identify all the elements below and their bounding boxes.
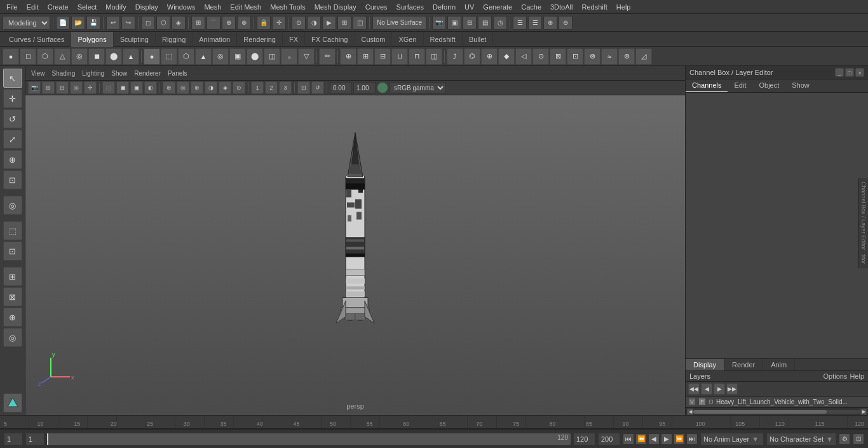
tab-xgen[interactable]: XGen: [392, 32, 423, 47]
snap-curve-button[interactable]: ⌒: [207, 16, 220, 30]
vp-xray-btn[interactable]: ◈: [219, 81, 231, 94]
snap-grid-button[interactable]: ⊞: [191, 16, 205, 30]
viewport-btn3[interactable]: ⊟: [463, 16, 477, 30]
show-manipulator[interactable]: ⊡: [3, 170, 22, 189]
play-fwd-button[interactable]: ▶: [661, 433, 672, 445]
combine-icon[interactable]: ⊞: [357, 48, 374, 65]
append-icon[interactable]: ⊕: [481, 48, 498, 65]
paint-select-button[interactable]: ◈: [172, 16, 186, 30]
joint-tool[interactable]: ◎: [3, 328, 22, 347]
render-button[interactable]: ◑: [307, 16, 321, 30]
tab-object[interactable]: Object: [752, 79, 785, 92]
vp-menu-panels[interactable]: Panels: [165, 69, 191, 78]
tab-fx-caching[interactable]: FX Caching: [305, 32, 355, 47]
move-tool[interactable]: ✛: [3, 89, 22, 108]
timeline-bar[interactable]: 5 10 15 20 25 30 35 40 45: [0, 416, 868, 428]
tab-fx[interactable]: FX: [283, 32, 305, 47]
select-tool[interactable]: ↖: [3, 69, 22, 88]
history-button[interactable]: ⊙: [292, 16, 306, 30]
vp-menu-shading[interactable]: Shading: [49, 69, 79, 78]
snap-point-button[interactable]: ⊕: [222, 16, 236, 30]
universal-tool[interactable]: ⊕: [3, 150, 22, 169]
menu-item-generate[interactable]: Generate: [479, 2, 516, 12]
menu-item-file[interactable]: File: [3, 2, 22, 12]
plane-icon[interactable]: ◼: [88, 48, 105, 65]
tab-custom[interactable]: Custom: [355, 32, 393, 47]
bridge-icon[interactable]: ⌬: [464, 48, 480, 65]
cluster-tool[interactable]: ⊕: [3, 308, 22, 327]
character-set-selector[interactable]: No Character Set ▼: [766, 433, 836, 445]
tab-render[interactable]: Render: [724, 359, 763, 370]
layer-nav-first[interactable]: ◀◀: [688, 383, 700, 395]
polygon-cone-icon[interactable]: ▲: [195, 48, 212, 65]
vp-snap-btn[interactable]: ◎: [70, 81, 83, 94]
boolean-diff-icon[interactable]: ⊓: [409, 48, 425, 65]
vp-rotate-btn[interactable]: ↺: [311, 81, 324, 94]
transform-icon[interactable]: ⊕: [340, 48, 356, 65]
camera-button[interactable]: 📷: [432, 16, 446, 30]
3d-canvas[interactable]: x y z persp: [25, 95, 685, 415]
channel-box-tab[interactable]: Channel Box / Layer Editor: [858, 178, 868, 254]
vp-camera-far[interactable]: [353, 82, 376, 93]
torus-icon[interactable]: ◎: [71, 48, 88, 65]
anim-settings-btn[interactable]: ⚙: [839, 433, 850, 445]
right-panel-btn3[interactable]: ⊕: [543, 16, 557, 30]
scroll-left[interactable]: ◀: [687, 409, 693, 415]
menu-item-3dtall[interactable]: 3DtoAll: [546, 2, 576, 12]
fill-icon[interactable]: ◆: [498, 48, 515, 65]
undo-button[interactable]: ↩: [106, 16, 120, 30]
tab-redshift[interactable]: Redshift: [424, 32, 463, 47]
frame-slider[interactable]: 120: [47, 433, 571, 445]
next-frame-button[interactable]: ⏩: [674, 433, 685, 445]
polygon-pipe-icon[interactable]: ◫: [264, 48, 280, 65]
layer-nav-last[interactable]: ▶▶: [726, 383, 738, 395]
tab-curves-surfaces[interactable]: Curves / Surfaces: [3, 32, 71, 47]
wedge-icon[interactable]: ◁: [515, 48, 532, 65]
jump-end-button[interactable]: ⏭: [686, 433, 698, 445]
layer-visibility[interactable]: V: [688, 398, 696, 405]
tab-anim[interactable]: Anim: [763, 359, 795, 370]
vp-subdiv-btn[interactable]: ⊕: [191, 81, 203, 94]
open-file-button[interactable]: 📂: [71, 16, 85, 30]
vp-crease-btn[interactable]: ⊛: [163, 81, 175, 94]
tab-channels[interactable]: Channels: [686, 79, 728, 92]
save-file-button[interactable]: 💾: [86, 16, 100, 30]
vp-cam-btn2[interactable]: ✛: [84, 81, 97, 94]
frame-end-input[interactable]: [573, 433, 595, 445]
select-tool-button[interactable]: ◻: [141, 16, 155, 30]
soft-select[interactable]: ◎: [3, 196, 22, 215]
tab-bullet[interactable]: Bullet: [463, 32, 494, 47]
right-panel-btn2[interactable]: ☰: [528, 16, 542, 30]
redo-button[interactable]: ↪: [121, 16, 135, 30]
cylinder-icon[interactable]: ⬡: [37, 48, 53, 65]
layer-type[interactable]: P: [698, 398, 706, 405]
rotate-tool[interactable]: ↺: [3, 109, 22, 128]
polygon-disc-icon[interactable]: ⬤: [247, 48, 263, 65]
layer-item[interactable]: V P ⊡ Heavy_Lift_Launch_Vehicle_with_Two…: [686, 397, 868, 407]
snap-view-button[interactable]: ⊗: [237, 16, 251, 30]
tab-polygons[interactable]: Polygons: [71, 32, 113, 47]
sphere-icon[interactable]: ●: [3, 48, 19, 65]
menu-item-deform[interactable]: Deform: [429, 2, 459, 12]
vp-res-high[interactable]: 3: [279, 81, 292, 94]
chamfer-icon[interactable]: ⊠: [550, 48, 566, 65]
vp-ortho-btn[interactable]: ⊞: [42, 81, 55, 94]
tab-rigging[interactable]: Rigging: [156, 32, 193, 47]
vp-solid-btn[interactable]: ◼: [116, 81, 129, 94]
lasso-tool[interactable]: ⊡: [3, 241, 22, 261]
average-icon[interactable]: ≈: [601, 48, 618, 65]
layers-options[interactable]: Options: [823, 372, 847, 380]
vp-camera-btn[interactable]: 📷: [28, 81, 41, 94]
vp-frame-btn[interactable]: ⊡: [297, 81, 310, 94]
menu-item-edit-mesh[interactable]: Edit Mesh: [226, 2, 265, 12]
workspace-dropdown[interactable]: Modeling: [3, 16, 50, 30]
live-surface-button[interactable]: No Live Surface: [372, 16, 426, 30]
reduce-icon[interactable]: ◿: [635, 48, 652, 65]
menu-item-curves[interactable]: Curves: [362, 2, 391, 12]
polygon-plane-icon[interactable]: ▣: [229, 48, 246, 65]
scale-tool[interactable]: ⤢: [3, 130, 22, 149]
viewport-btn4[interactable]: ▤: [478, 16, 492, 30]
menu-item-help[interactable]: Help: [613, 2, 635, 12]
vp-camera-near[interactable]: [330, 82, 352, 93]
menu-item-cache[interactable]: Cache: [517, 2, 545, 12]
